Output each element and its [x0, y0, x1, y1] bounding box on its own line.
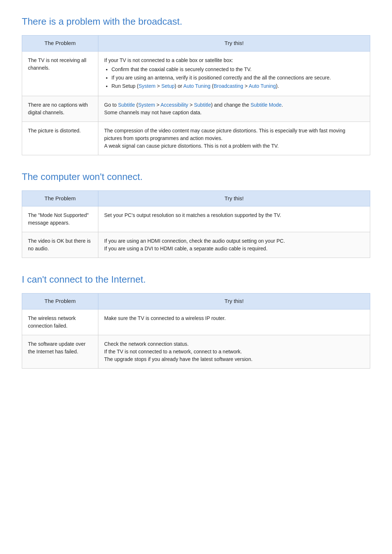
try-cell: The compression of the video content may…: [98, 122, 370, 155]
accessibility-link[interactable]: Accessibility: [160, 102, 188, 108]
problem-cell: The TV is not receiving all channels.: [22, 51, 98, 96]
table-row: There are no captions with digital chann…: [22, 96, 370, 122]
table-row: The wireless network connection failed. …: [22, 309, 370, 335]
list-item: If you are using an antenna, verify it i…: [111, 74, 364, 82]
problem-cell: The software update over the Internet ha…: [22, 335, 98, 368]
broadcast-col-try: Try this!: [98, 36, 370, 52]
table-row: The video is OK but there is no audio. I…: [22, 232, 370, 258]
try-cell: If your TV is not connected to a cable b…: [98, 51, 370, 96]
try-cell: Go to Subtitle (System > Accessibility >…: [98, 96, 370, 122]
table-row: The picture is distorted. The compressio…: [22, 122, 370, 155]
problem-cell: The "Mode Not Supported" message appears…: [22, 206, 98, 232]
system-link[interactable]: System: [139, 83, 156, 89]
list-item: Run Setup (System > Setup) or Auto Tunin…: [111, 82, 364, 90]
try-cell: Set your PC's output resolution so it ma…: [98, 206, 370, 232]
subtitle-mode-link[interactable]: Subtitle Mode: [250, 102, 282, 108]
setup-link[interactable]: Setup: [161, 83, 175, 89]
table-row: The software update over the Internet ha…: [22, 335, 370, 368]
section-title-internet: I can't connect to the Internet.: [22, 272, 370, 287]
section-title-broadcast: There is a problem with the broadcast.: [22, 15, 370, 29]
internet-table: The Problem Try this! The wireless netwo…: [22, 293, 370, 369]
computer-table: The Problem Try this! The "Mode Not Supp…: [22, 190, 370, 258]
problem-cell: There are no captions with digital chann…: [22, 96, 98, 122]
internet-col-try: Try this!: [98, 294, 370, 309]
table-row: The TV is not receiving all channels. If…: [22, 51, 370, 96]
system-link2[interactable]: System: [138, 102, 155, 108]
try-cell: Make sure the TV is connected to a wirel…: [98, 309, 370, 335]
problem-cell: The picture is distorted.: [22, 122, 98, 155]
broadcast-col-problem: The Problem: [22, 36, 98, 52]
try-cell: If you are using an HDMI connection, che…: [98, 232, 370, 258]
try-cell: Check the network connection status. If …: [98, 335, 370, 368]
problem-cell: The video is OK but there is no audio.: [22, 232, 98, 258]
auto-tuning-link2[interactable]: Auto Tuning: [249, 83, 276, 89]
table-row: The "Mode Not Supported" message appears…: [22, 206, 370, 232]
broadcasting-link[interactable]: Broadcasting: [213, 83, 243, 89]
list-item: Confirm that the coaxial cable is secure…: [111, 66, 364, 73]
auto-tuning-link[interactable]: Auto Tuning: [183, 83, 211, 89]
subtitle-link[interactable]: Subtitle: [118, 102, 135, 108]
computer-col-try: Try this!: [98, 190, 370, 206]
internet-col-problem: The Problem: [22, 294, 98, 309]
subtitle-link2[interactable]: Subtitle: [194, 102, 211, 108]
broadcast-table: The Problem Try this! The TV is not rece…: [22, 35, 370, 155]
problem-cell: The wireless network connection failed.: [22, 309, 98, 335]
section-title-computer: The computer won't connect.: [22, 170, 370, 184]
computer-col-problem: The Problem: [22, 190, 98, 206]
